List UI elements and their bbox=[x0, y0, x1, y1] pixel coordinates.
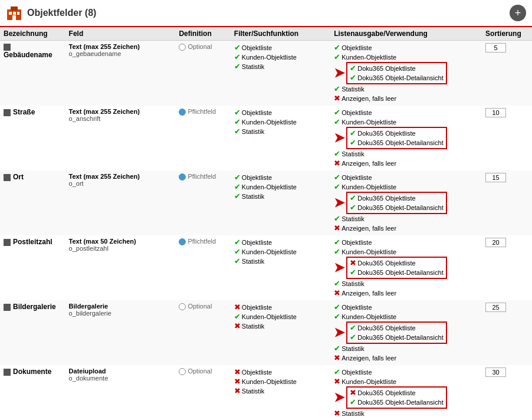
listen-item: ✔ Statistik bbox=[334, 214, 478, 223]
arrow-highlight-group: ➤✖ Doku365 Objektliste✔ Doku365 Objekt-D… bbox=[334, 386, 478, 409]
sortierung-input[interactable] bbox=[485, 43, 506, 52]
check-icon: ✔ bbox=[234, 108, 241, 117]
feld-sub: o_postleitzahl bbox=[69, 245, 172, 252]
check-icon: ✔ bbox=[234, 62, 241, 71]
listen-label: Objektliste bbox=[341, 174, 372, 181]
cell-listen: ✔ Objektliste✖ Kunden-Objektliste➤✖ Doku… bbox=[330, 365, 482, 420]
filter-label: Kunden-Objektliste bbox=[242, 119, 297, 126]
check-icon: ✔ bbox=[234, 238, 241, 247]
filter-item: ✔ Statistik bbox=[234, 62, 327, 71]
bezeichnung-text: Gebäudename bbox=[4, 51, 52, 59]
listen-label: Doku365 Objekt-Detailansicht bbox=[357, 74, 444, 81]
listen-item: ✔ Kunden-Objektliste bbox=[334, 182, 478, 191]
listen-label: Statistik bbox=[341, 86, 364, 93]
listen-label: Doku365 Objektliste bbox=[357, 65, 415, 72]
listen-label: Statistik bbox=[341, 215, 364, 222]
listen-label: Doku365 Objektliste bbox=[357, 389, 415, 396]
listen-label: Statistik bbox=[341, 410, 364, 417]
listen-item: ✔ Statistik bbox=[334, 149, 478, 158]
listen-item: ✔ Kunden-Objektliste bbox=[334, 312, 478, 321]
cell-definition: Optional bbox=[175, 41, 230, 106]
listen-item: ✖ Anzeigen, falls leer bbox=[334, 224, 478, 232]
definition-label: Pflichtfeld bbox=[188, 238, 216, 245]
filter-item: ✔ Objektliste bbox=[234, 108, 327, 117]
listen-label: Objektliste bbox=[341, 239, 372, 246]
listen-item: ✔ Objektliste bbox=[334, 368, 478, 376]
check-icon: ✔ bbox=[234, 117, 241, 126]
cell-sortierung bbox=[482, 300, 532, 365]
listen-item: ✔ Statistik bbox=[334, 84, 478, 93]
listen-label: Statistik bbox=[341, 345, 364, 352]
listen-item: ✖ Anzeigen, falls leer bbox=[334, 94, 478, 103]
bezeichnung-text: Ort bbox=[13, 173, 24, 181]
listen-label: Objektliste bbox=[341, 44, 372, 51]
filter-label: Kunden-Objektliste bbox=[242, 378, 297, 385]
arrow-highlight-group: ➤✔ Doku365 Objektliste✔ Doku365 Objekt-D… bbox=[334, 62, 478, 84]
listen-label: Kunden-Objektliste bbox=[341, 378, 396, 385]
row-icon bbox=[4, 239, 11, 246]
listen-item: ✔ Objektliste bbox=[334, 238, 478, 247]
sortierung-input[interactable] bbox=[485, 108, 506, 117]
add-button[interactable]: + bbox=[510, 5, 526, 21]
svg-rect-3 bbox=[13, 12, 16, 15]
listen-label: Doku365 Objekt-Detailansicht bbox=[357, 334, 444, 341]
filter-item: ✖ Objektliste bbox=[234, 303, 327, 311]
check-icon: ✔ bbox=[234, 257, 241, 265]
filter-item: ✖ Objektliste bbox=[234, 368, 327, 376]
listen-item-highlighted: ✔ Doku365 Objekt-Detailansicht bbox=[350, 398, 444, 406]
filter-item: ✔ Statistik bbox=[234, 257, 327, 265]
sortierung-input[interactable] bbox=[485, 303, 506, 312]
cell-sortierung bbox=[482, 365, 532, 420]
filter-label: Statistik bbox=[242, 128, 265, 135]
cell-listen: ✔ Objektliste✔ Kunden-Objektliste➤✔ Doku… bbox=[330, 300, 482, 365]
definition-circle bbox=[179, 173, 186, 181]
svg-rect-4 bbox=[17, 12, 19, 15]
cell-sortierung bbox=[482, 41, 532, 106]
listen-item: ✖ Statistik bbox=[334, 409, 478, 418]
arrow-icon: ➤ bbox=[334, 67, 344, 80]
filter-item: ✔ Kunden-Objektliste bbox=[234, 312, 327, 321]
table-header-row: Bezeichnung Feld Definition Filter/Suchf… bbox=[0, 27, 532, 41]
listen-label: Kunden-Objektliste bbox=[341, 313, 396, 320]
check-icon: ✔ bbox=[234, 173, 241, 182]
objects-table: Bezeichnung Feld Definition Filter/Suchf… bbox=[0, 27, 532, 420]
listen-label: Objektliste bbox=[341, 304, 372, 311]
listen-item: ✔ Kunden-Objektliste bbox=[334, 117, 478, 126]
filter-item: ✔ Kunden-Objektliste bbox=[234, 117, 327, 126]
listen-item: ✔ Kunden-Objektliste bbox=[334, 247, 478, 256]
sortierung-input[interactable] bbox=[485, 173, 506, 182]
listen-item: ✔ Objektliste bbox=[334, 108, 478, 117]
table-row: OrtText (max 255 Zeichen)o_ortPflichtfel… bbox=[0, 170, 532, 235]
arrow-icon: ➤ bbox=[334, 326, 344, 339]
col-bezeichnung: Bezeichnung bbox=[0, 27, 65, 41]
arrow-icon: ➤ bbox=[334, 196, 344, 209]
sortierung-input[interactable] bbox=[485, 368, 506, 377]
listen-item: ✔ Objektliste bbox=[334, 303, 478, 311]
cell-filter: ✔ Objektliste✔ Kunden-Objektliste✔ Stati… bbox=[231, 106, 330, 170]
check-icon: ✔ bbox=[234, 182, 241, 191]
page-container: Objektfelder (8) + Bezeichnung Feld Defi… bbox=[0, 0, 532, 420]
cross-icon: ✖ bbox=[234, 303, 241, 311]
arrow-highlight-group: ➤✔ Doku365 Objektliste✔ Doku365 Objekt-D… bbox=[334, 127, 478, 149]
listen-label: Doku365 Objekt-Detailansicht bbox=[357, 399, 444, 406]
definition-label: Optional bbox=[188, 43, 212, 50]
cell-filter: ✖ Objektliste✖ Kunden-Objektliste✖ Stati… bbox=[231, 365, 330, 420]
arrow-highlight-group: ➤✖ Doku365 Objektliste✔ Doku365 Objekt-D… bbox=[334, 257, 478, 279]
table-row: DokumenteDateiuploado_dokumenteOptional✖… bbox=[0, 365, 532, 420]
listen-item-highlighted: ✔ Doku365 Objektliste bbox=[350, 323, 444, 332]
listen-label: Doku365 Objektliste bbox=[357, 324, 415, 332]
listen-label: Statistik bbox=[341, 280, 364, 287]
cell-bezeichnung: Gebäudename bbox=[0, 41, 65, 106]
check-icon: ✔ bbox=[234, 52, 241, 61]
check-icon: ✔ bbox=[234, 247, 241, 256]
sortierung-input[interactable] bbox=[485, 238, 506, 247]
listen-item-highlighted: ✔ Doku365 Objekt-Detailansicht bbox=[350, 138, 444, 147]
highlighted-box: ✔ Doku365 Objektliste✔ Doku365 Objekt-De… bbox=[346, 321, 447, 344]
definition-label: Pflichtfeld bbox=[188, 173, 216, 180]
cell-bezeichnung: Straße bbox=[0, 106, 65, 170]
filter-label: Kunden-Objektliste bbox=[242, 313, 297, 320]
arrow-highlight-group: ➤✔ Doku365 Objektliste✔ Doku365 Objekt-D… bbox=[334, 321, 478, 344]
cell-feld: Bildergalerieo_bildergalerie bbox=[65, 300, 176, 365]
filter-label: Objektliste bbox=[242, 369, 272, 376]
cell-filter: ✖ Objektliste✔ Kunden-Objektliste✖ Stati… bbox=[231, 300, 330, 365]
